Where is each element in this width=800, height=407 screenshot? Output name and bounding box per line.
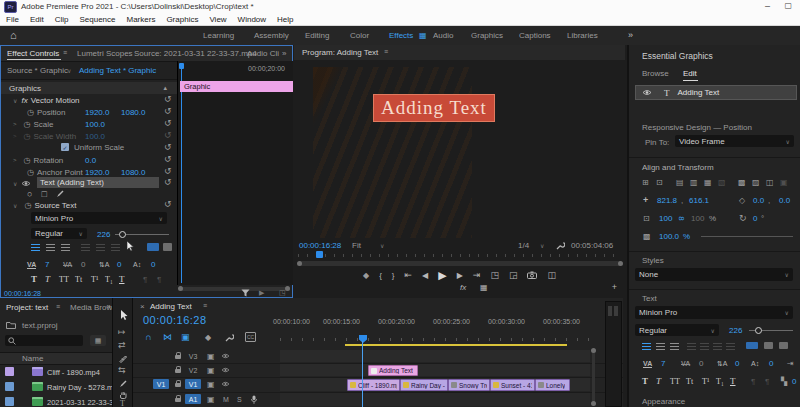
label-color-chip[interactable] [5,367,14,376]
layer-visibility-eye-icon[interactable] [642,89,652,96]
work-area-bar[interactable] [345,344,567,346]
snap-magnet-icon[interactable]: ∩ [145,332,152,342]
track-height-handle[interactable] [608,306,612,316]
sync-lock-icon[interactable]: ▣ [207,352,215,361]
anchor-x-value[interactable]: 1920.0 [85,168,109,177]
linked-selection-icon[interactable]: ⋈ [163,332,172,342]
eg-align-right-button[interactable] [670,343,679,350]
rectangle-tool-icon[interactable]: □ [41,189,46,199]
program-scrubber-ticks[interactable] [298,254,622,257]
lock-icon[interactable] [175,398,181,402]
timeline-clip-snowy-tree[interactable]: Snowy Tree [448,379,490,391]
eg-all-caps-button[interactable]: TT [670,377,680,386]
stopwatch-icon[interactable]: ◷ [24,120,31,129]
zoom-level-dropdown[interactable]: Fit [352,241,361,250]
timeline-clip-cliff[interactable]: Cliff - 1890.mp4 [347,379,400,391]
name-column-header[interactable]: Name [22,354,43,363]
align-icon[interactable]: ▥ [690,178,698,187]
type-tool[interactable]: T [120,399,125,407]
track-eye-icon[interactable] [221,353,230,359]
eg-font-size-value[interactable]: 226 [729,326,742,335]
tabstrip-overflow-icon[interactable]: » [282,49,286,58]
tab-program[interactable]: Program: Adding Text [302,48,378,57]
ellipse-tool-icon[interactable]: ○ [27,189,32,199]
mark-in-button[interactable]: { [379,271,382,280]
play-button[interactable]: ▶ [438,269,446,282]
track-label-v1[interactable]: V1 [185,379,201,389]
timeline-clip-lonely[interactable]: Lonely [535,379,570,391]
eg-extra-value[interactable]: 0 [792,377,796,386]
timeline-clip-sunset[interactable]: Sunset - 41 [490,379,535,391]
eg-opacity-value[interactable]: 100.0 [659,232,679,241]
label-color-chip[interactable] [5,382,14,391]
effect-controls-timecode[interactable]: 00:00:16:28 [4,290,41,297]
reset-icon[interactable]: ↺ [164,119,172,128]
text-orientation-button[interactable] [163,243,172,251]
reset-icon[interactable]: ↺ [164,167,172,176]
align-left-button[interactable] [31,244,40,251]
mute-button[interactable]: M [223,396,229,403]
lock-icon[interactable] [175,369,181,373]
button-editor-plus[interactable]: + [612,282,617,292]
timeline-clip-adding-text[interactable]: Adding Text [368,365,418,376]
project-item-label[interactable]: 2021-03-31 22-33-3 [47,398,112,407]
eg-font-size-knob[interactable] [755,327,762,334]
font-size-slider-knob[interactable] [119,231,126,238]
eg-scale-x[interactable]: 100 [659,214,672,223]
reset-icon[interactable]: ↺ [164,95,172,104]
eg-baseline-value[interactable]: 0 [769,359,773,368]
tab-audio-clip[interactable]: Audio Cli [247,49,279,58]
font-family-dropdown[interactable]: Minion Pro ∨ [31,212,167,224]
reset-icon[interactable]: ↺ [164,200,172,209]
eg-text-orientation-button[interactable] [764,342,773,349]
project-item-row[interactable]: 2021-03-31 22-33-3 [0,394,112,407]
align-icon[interactable]: ◫ [766,178,774,187]
sync-lock-icon[interactable]: ▣ [207,366,215,375]
scrollbar-handle[interactable] [285,286,290,291]
scrollbar-handle[interactable] [618,261,623,266]
panel-menu-icon[interactable]: ≡ [63,49,67,56]
program-timecode[interactable]: 00:00:16:28 [299,241,341,250]
eg-superscript-button[interactable]: T¹ [702,377,709,386]
sync-lock-icon[interactable]: ▣ [207,380,215,389]
anchor-y-value[interactable]: 1080.0 [121,168,145,177]
project-breadcrumb[interactable]: text.prproj [22,321,58,330]
baseline-shift-value[interactable]: 0 [151,260,155,269]
mini-timeline-clip-bar[interactable]: Graphic [180,81,293,92]
twirl-open-icon[interactable]: ∨ [13,202,17,209]
workspace-tab-color[interactable]: Color [350,31,369,40]
align-icon[interactable]: ⊞ [642,178,649,187]
menu-clip[interactable]: Clip [55,15,69,24]
timeline-tab[interactable]: Adding Text [150,302,192,311]
eg-text-direction-button[interactable] [746,342,758,349]
scrollbar-handle[interactable] [178,286,183,291]
hand-tool[interactable] [119,391,127,399]
lock-icon[interactable] [175,383,181,387]
nest-sequence-icon[interactable]: ▣ [181,332,190,342]
uniform-scale-checkbox[interactable]: ✓ [61,143,69,151]
subscript-button[interactable]: T₁ [105,275,113,284]
timeline-playhead-marker[interactable] [359,335,367,343]
project-item-label[interactable]: Cliff - 1890.mp4 [47,368,100,377]
workspace-tab-effects[interactable]: Effects [389,31,413,40]
eg-font-style-dropdown[interactable]: Regular ∨ [635,324,719,336]
stopwatch-icon[interactable]: ◷ [27,108,34,117]
twirl-open-icon[interactable]: ∨ [13,180,17,187]
project-item-row[interactable]: Rainy Day - 5278.m [0,379,112,394]
timeline-vscrollbar-track[interactable] [592,350,595,406]
scrollbar-handle[interactable] [297,261,302,266]
graphics-layer-item[interactable]: T Adding Text [635,85,797,100]
stopwatch-icon[interactable]: ◷ [27,168,34,177]
solo-button[interactable]: S [237,396,242,403]
effects-mini-timeline[interactable]: 00:00;20:00 Graphic [177,61,293,285]
home-icon[interactable]: ⌂ [10,29,17,41]
eg-align-left-button[interactable] [642,343,651,350]
project-item-label[interactable]: Rainy Day - 5278.m [47,383,112,392]
go-to-in-button[interactable]: ⇤ [405,270,413,280]
workspace-tab-learning[interactable]: Learning [203,31,234,40]
pen-tool-icon[interactable] [56,190,64,198]
timeline-ruler-ticks[interactable] [280,338,590,341]
source-text-row[interactable]: ∨ ◷ Source Text [1,199,177,211]
voiceover-mic-icon[interactable] [251,395,257,404]
eg-underline-button[interactable]: T [730,376,736,386]
